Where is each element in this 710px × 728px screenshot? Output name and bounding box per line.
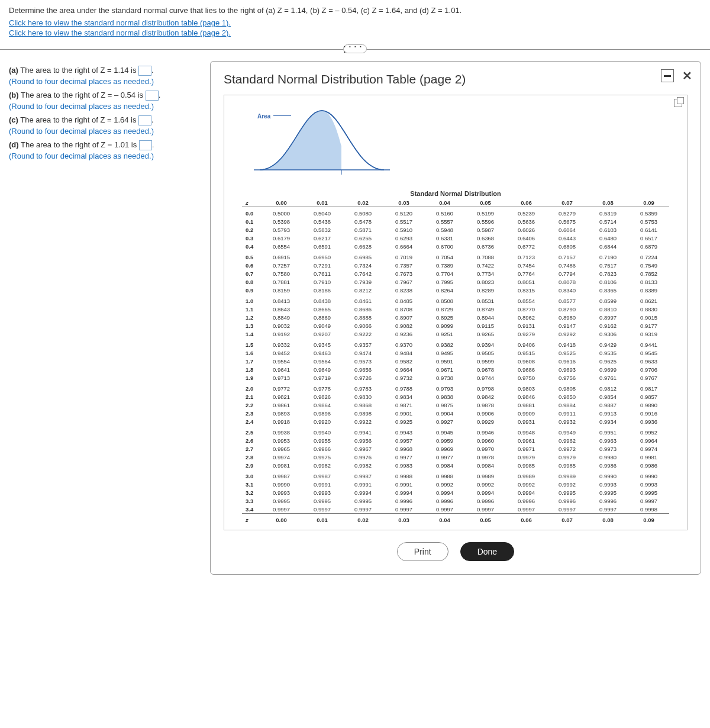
part-a-label: (a) The area to the right of Z = 1.14 is — [9, 66, 136, 75]
table-row: 0.60.72570.72910.73240.73570.73890.74220… — [242, 261, 669, 269]
table-row: 3.00.99870.99870.99870.99880.99880.99890… — [242, 472, 669, 480]
table-row: 1.70.95540.95640.95730.95820.95910.95990… — [242, 357, 669, 365]
table-row: 2.40.99180.99200.99220.99250.99270.99290… — [242, 417, 669, 426]
table-row: 2.80.99740.99750.99760.99770.99770.99780… — [242, 453, 669, 461]
part-b-label: (b) The area to the right of Z = – 0.54 … — [9, 91, 143, 99]
table-row: 1.80.96410.96490.96560.96640.96710.96780… — [242, 365, 669, 373]
table-row: 2.30.98930.98960.98980.99010.99040.99060… — [242, 409, 669, 417]
question-text: Determine the area under the standard no… — [9, 6, 701, 15]
table-row: 0.00.50000.50400.50800.51200.51600.51990… — [242, 209, 669, 217]
part-c-label: (c) The area to the right of Z = 1.64 is — [9, 115, 136, 124]
table-row: 0.10.53980.54380.54780.55170.55570.55960… — [242, 217, 669, 226]
table-row: 2.90.99810.99820.99820.99830.99840.99840… — [242, 461, 669, 469]
table-row: 0.80.78810.79100.79390.79670.79950.80230… — [242, 278, 669, 286]
z-table-modal: ✕ Standard Normal Distribution Table (pa… — [210, 61, 701, 575]
table-row: 0.20.57930.58320.58710.59100.59480.59870… — [242, 226, 669, 234]
copy-icon[interactable] — [674, 99, 682, 107]
table-row: 0.70.75800.76110.76420.76730.77040.77340… — [242, 269, 669, 278]
part-d-label: (d) The area to the right of Z = 1.01 is — [9, 140, 137, 149]
area-label-line — [273, 115, 291, 116]
part-c-suffix: . — [151, 115, 154, 124]
table-row: 3.10.99900.99910.99910.99910.99920.99920… — [242, 480, 669, 488]
minimize-icon[interactable] — [661, 69, 674, 82]
round-note-b: (Round to four decimal places as needed.… — [9, 102, 204, 111]
modal-title: Standard Normal Distribution Table (page… — [224, 72, 688, 86]
distribution-title: Standard Normal Distribution — [242, 190, 669, 197]
link-table-page1[interactable]: Click here to view the standard normal d… — [9, 18, 701, 27]
expand-button[interactable]: • • • • • — [343, 44, 367, 53]
part-b-suffix: . — [159, 91, 161, 99]
table-row: 1.40.91920.92070.92220.92360.92510.92650… — [242, 330, 669, 338]
table-row: 1.00.84130.84380.84610.84850.85080.85310… — [242, 297, 669, 305]
link-table-page2[interactable]: Click here to view the standard normal d… — [9, 28, 701, 37]
table-row: 3.30.99950.99950.99950.99960.99960.99960… — [242, 497, 669, 505]
table-row: 1.90.97130.97190.97260.97320.97380.97440… — [242, 373, 669, 382]
answer-input-a[interactable] — [138, 66, 151, 76]
table-row: 2.50.99380.99400.99410.99430.99450.99460… — [242, 428, 669, 436]
table-row: 1.10.86430.86650.86860.87080.87290.87490… — [242, 305, 669, 313]
answer-input-b[interactable] — [146, 91, 159, 101]
part-d-suffix: . — [152, 140, 154, 149]
round-note-d: (Round to four decimal places as needed.… — [9, 152, 204, 160]
table-row: 0.50.69150.69500.69850.70190.70540.70880… — [242, 253, 669, 261]
table-row: 2.60.99530.99550.99560.99570.99590.99600… — [242, 436, 669, 444]
area-label: Area — [257, 113, 270, 120]
table-row: 2.10.98210.98260.98300.98340.98380.98420… — [242, 392, 669, 401]
done-button[interactable]: Done — [460, 542, 514, 561]
table-row: 2.00.97720.97780.97830.97880.97930.97980… — [242, 384, 669, 392]
table-row: 2.70.99650.99660.99670.99680.99690.99700… — [242, 444, 669, 453]
table-row: 2.20.98610.98640.98680.98710.98750.98780… — [242, 401, 669, 409]
table-row: 1.30.90320.90490.90660.90820.90990.91150… — [242, 321, 669, 330]
z-table: z0.000.010.020.030.040.050.060.070.080.0… — [242, 198, 669, 524]
table-row: 3.20.99930.99930.99940.99940.99940.99940… — [242, 488, 669, 497]
part-a-suffix: . — [151, 66, 154, 75]
table-row: 1.20.88490.88690.88880.89070.89250.89440… — [242, 313, 669, 321]
table-row: 1.60.94520.94630.94740.94840.94950.95050… — [242, 349, 669, 357]
table-row: 0.40.65540.65910.66280.66640.67000.67360… — [242, 242, 669, 250]
table-panel: Area z Standard Normal Distribution z0.0… — [224, 95, 688, 530]
round-note-c: (Round to four decimal places as needed.… — [9, 127, 204, 136]
answer-input-c[interactable] — [138, 115, 151, 125]
table-row: 3.40.99970.99970.99970.99970.99970.99970… — [242, 505, 669, 514]
table-row: 1.50.93320.93450.93570.93700.93820.93940… — [242, 340, 669, 349]
answer-input-d[interactable] — [139, 140, 152, 150]
close-icon[interactable]: ✕ — [682, 69, 692, 83]
table-row: 0.30.61790.62170.62550.62930.63310.63680… — [242, 234, 669, 242]
print-button[interactable]: Print — [397, 542, 448, 561]
table-row: 0.90.81590.81860.82120.82380.82640.82890… — [242, 286, 669, 294]
svg-text:z: z — [340, 175, 343, 176]
round-note-a: (Round to four decimal places as needed.… — [9, 77, 204, 86]
